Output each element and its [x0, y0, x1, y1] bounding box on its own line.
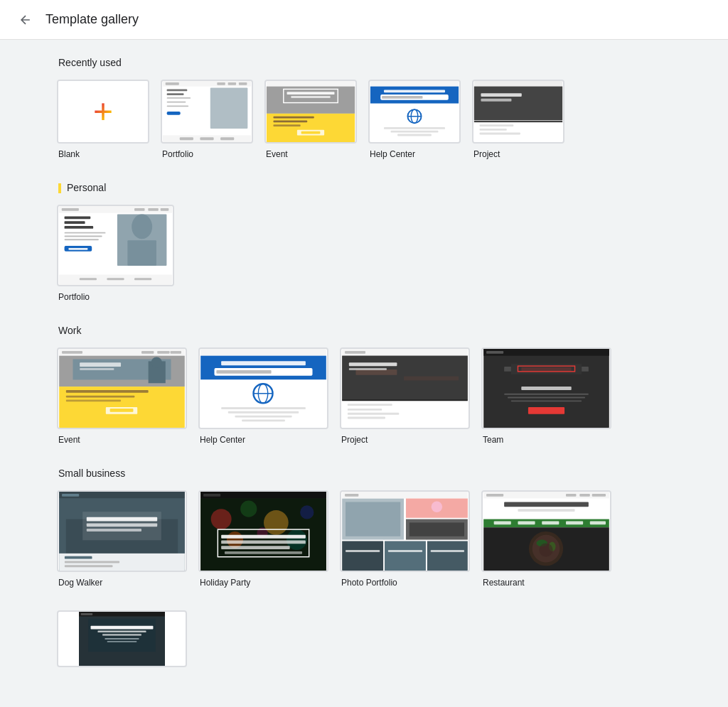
template-thumb-event-recent: [264, 80, 357, 144]
svg-rect-62: [65, 222, 85, 225]
template-event-work[interactable]: Event: [57, 347, 187, 445]
svg-rect-119: [348, 417, 385, 419]
svg-rect-72: [107, 279, 124, 281]
template-event-recent[interactable]: Event: [264, 80, 357, 159]
svg-rect-64: [65, 232, 106, 234]
template-holiday-party[interactable]: Holiday Party: [198, 490, 328, 588]
svg-rect-183: [486, 494, 503, 497]
svg-rect-169: [346, 502, 400, 536]
template-label-team-work: Team: [481, 435, 611, 445]
svg-rect-103: [228, 411, 299, 414]
template-beauty[interactable]: [57, 610, 187, 673]
template-blank[interactable]: + Blank: [57, 80, 149, 159]
template-label-help-center-recent: Help Center: [368, 149, 461, 159]
template-thumb-help-center-recent: [368, 80, 461, 144]
svg-rect-55: [134, 208, 144, 211]
section-small-business-2: [57, 610, 671, 673]
svg-rect-3: [217, 82, 225, 85]
svg-rect-189: [518, 509, 574, 512]
svg-rect-26: [273, 124, 300, 126]
svg-rect-28: [301, 131, 321, 134]
svg-rect-130: [521, 387, 571, 390]
svg-rect-97: [216, 370, 271, 374]
svg-rect-95: [221, 362, 306, 366]
template-photo-portfolio[interactable]: Photo Portfolio: [340, 490, 470, 588]
svg-rect-61: [65, 217, 91, 220]
svg-rect-15: [200, 137, 213, 140]
svg-rect-114: [349, 368, 387, 370]
svg-rect-34: [382, 96, 422, 99]
svg-rect-77: [141, 351, 154, 354]
template-label-restaurant: Restaurant: [481, 578, 611, 588]
svg-rect-204: [81, 613, 93, 615]
svg-rect-7: [167, 89, 188, 91]
svg-rect-49: [480, 129, 507, 131]
svg-rect-56: [148, 208, 158, 211]
svg-rect-104: [235, 416, 291, 418]
personal-grid: Portfolio: [57, 205, 671, 302]
template-label-project-recent: Project: [472, 149, 564, 159]
template-label-blank: Blank: [57, 149, 149, 159]
svg-rect-184: [566, 494, 576, 497]
svg-rect-187: [483, 499, 609, 519]
template-thumb-portfolio-personal: [57, 205, 174, 286]
svg-rect-57: [161, 208, 169, 211]
section-title-small-business: Small business: [57, 468, 671, 479]
header: Template gallery: [0, 0, 728, 40]
svg-rect-32: [384, 90, 445, 92]
svg-rect-22: [287, 92, 335, 95]
template-help-center-recent[interactable]: Help Center: [368, 80, 461, 159]
svg-rect-179: [388, 550, 422, 552]
svg-rect-185: [579, 494, 589, 497]
template-help-center-work[interactable]: Help Center: [198, 347, 328, 445]
section-work: Work: [57, 325, 671, 445]
svg-rect-88: [66, 396, 135, 398]
svg-rect-91: [110, 409, 134, 412]
template-portfolio-personal[interactable]: Portfolio: [57, 205, 174, 302]
svg-point-156: [300, 506, 314, 519]
svg-rect-18: [267, 81, 355, 87]
svg-rect-192: [518, 522, 535, 525]
section-title-work: Work: [57, 325, 671, 336]
svg-rect-167: [345, 494, 358, 497]
svg-rect-42: [474, 81, 562, 87]
svg-rect-108: [345, 351, 365, 354]
svg-rect-177: [427, 541, 468, 571]
template-portfolio-recent[interactable]: Portfolio: [161, 80, 253, 159]
svg-rect-123: [486, 351, 503, 354]
svg-rect-73: [134, 279, 151, 281]
svg-rect-112: [404, 377, 459, 381]
template-dog-walker[interactable]: Dog Walker: [57, 490, 187, 588]
template-project-recent[interactable]: Project: [472, 80, 564, 159]
svg-point-153: [211, 509, 232, 529]
svg-rect-94: [200, 356, 326, 380]
template-label-event-recent: Event: [264, 149, 357, 159]
section-title-recently-used: Recently used: [57, 57, 671, 68]
template-team-work[interactable]: Team: [481, 347, 611, 445]
svg-rect-60: [127, 241, 156, 266]
svg-rect-8: [167, 93, 184, 95]
svg-rect-19: [267, 87, 355, 114]
svg-point-158: [227, 531, 243, 548]
template-restaurant[interactable]: Restaurant: [481, 490, 611, 588]
svg-rect-102: [221, 407, 306, 409]
svg-rect-151: [203, 494, 220, 497]
back-button[interactable]: [11, 6, 40, 34]
svg-rect-69: [68, 248, 87, 250]
svg-rect-188: [504, 502, 589, 507]
svg-rect-180: [431, 550, 464, 552]
svg-point-154: [240, 501, 257, 517]
page-title: Template gallery: [46, 12, 139, 27]
svg-rect-117: [348, 409, 382, 411]
svg-rect-105: [242, 420, 285, 422]
template-project-work[interactable]: Project: [340, 347, 470, 445]
svg-rect-116: [348, 404, 392, 406]
svg-rect-175: [342, 541, 383, 571]
svg-rect-50: [480, 133, 520, 135]
section-recently-used: Recently used + Blank: [57, 57, 671, 159]
svg-rect-166: [342, 492, 468, 499]
template-thumb-holiday-party: [198, 490, 328, 572]
template-label-holiday-party: Holiday Party: [198, 578, 328, 588]
template-thumb-help-center-work: [198, 347, 328, 429]
svg-rect-162: [221, 541, 306, 544]
